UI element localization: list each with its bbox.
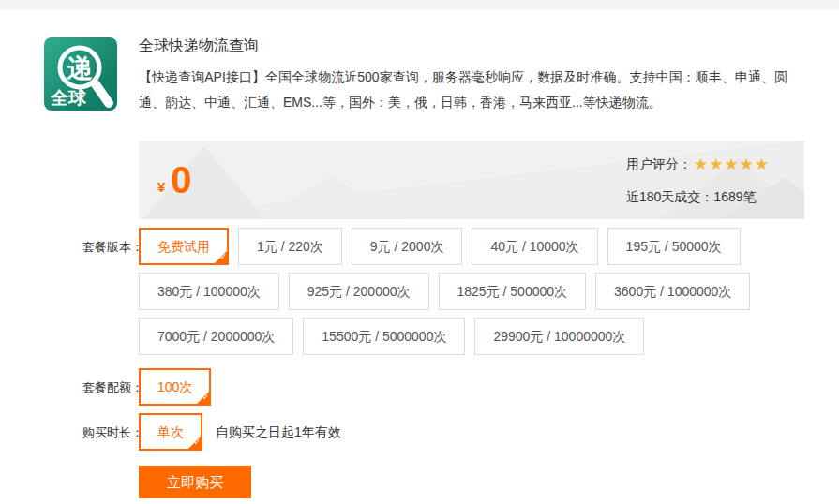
package-option-label: 3600元 / 1000000次 bbox=[614, 284, 731, 299]
package-option-label: 免费试用 bbox=[157, 239, 210, 254]
package-option[interactable]: 29900元 / 10000000次 ✓ bbox=[474, 318, 644, 355]
purchase-duration-options: 单次 ✓ bbox=[139, 413, 202, 451]
package-quota-row: 套餐配额： 100次 ✓ bbox=[139, 368, 806, 406]
package-option[interactable]: 7000元 / 2000000次 ✓ bbox=[139, 318, 293, 355]
package-option[interactable]: 9元 / 2000次 ✓ bbox=[352, 228, 463, 265]
package-quota-options: 100次 ✓ bbox=[139, 368, 211, 406]
deals-label: 近180天成交： bbox=[626, 189, 713, 204]
package-option[interactable]: 40元 / 10000次 ✓ bbox=[472, 228, 597, 265]
package-option-label: 925元 / 200000次 bbox=[307, 284, 411, 299]
price-banner: ¥ 0 用户评分： ★★★★★ 近180天成交：1689笔 bbox=[139, 141, 804, 219]
package-option-label: 1元 / 220次 bbox=[257, 239, 323, 254]
quota-option-label: 100次 bbox=[157, 379, 192, 394]
quota-option[interactable]: 100次 ✓ bbox=[139, 368, 211, 406]
magnifier-delivery-icon: 递 全球 bbox=[44, 37, 117, 111]
package-option-label: 380元 / 100000次 bbox=[157, 284, 261, 299]
duration-option-label: 单次 bbox=[157, 424, 184, 439]
package-quota-label: 套餐配额： bbox=[82, 379, 139, 396]
product-logo: 递 全球 bbox=[44, 37, 117, 111]
rating-block: 用户评分： ★★★★★ 近180天成交：1689笔 bbox=[626, 155, 770, 206]
package-option-label: 40元 / 10000次 bbox=[490, 239, 578, 254]
purchase-duration-row: 购买时长： 单次 ✓ 自购买之日起1年有效 bbox=[139, 413, 806, 451]
logo-glyph: 递 bbox=[67, 54, 94, 82]
package-option[interactable]: 925元 / 200000次 ✓ bbox=[289, 273, 429, 310]
package-option-label: 29900元 / 10000000次 bbox=[493, 329, 625, 344]
check-icon: ✓ bbox=[219, 248, 227, 265]
package-option[interactable]: 免费试用 ✓ bbox=[139, 228, 229, 265]
package-option[interactable]: 15500元 / 5000000次 ✓ bbox=[303, 318, 465, 355]
package-version-label: 套餐版本： bbox=[82, 239, 139, 256]
price-value: 0 bbox=[171, 161, 191, 199]
rating-label: 用户评分： bbox=[626, 155, 692, 173]
logo-caption: 全球 bbox=[50, 88, 87, 108]
package-option[interactable]: 3600元 / 1000000次 ✓ bbox=[595, 273, 750, 310]
package-version-row: 套餐版本： 免费试用 ✓ 1元 / 220次 ✓ 9元 / 2000次 ✓ 40… bbox=[139, 228, 806, 355]
package-option-label: 1825元 / 500000次 bbox=[457, 284, 568, 299]
star-rating-icons: ★★★★★ bbox=[694, 156, 770, 172]
buy-now-button[interactable]: 立即购买 bbox=[139, 466, 251, 498]
page-title: 全球快递物流查询 bbox=[139, 36, 806, 56]
check-icon: ✓ bbox=[193, 434, 201, 451]
package-option[interactable]: 1825元 / 500000次 ✓ bbox=[439, 273, 587, 310]
purchase-duration-label: 购买时长： bbox=[82, 424, 139, 441]
package-option-label: 195元 / 50000次 bbox=[626, 239, 722, 254]
price: ¥ 0 bbox=[157, 141, 192, 219]
duration-validity-note: 自购买之日起1年有效 bbox=[216, 413, 341, 451]
top-divider-strip bbox=[0, 0, 839, 9]
duration-option[interactable]: 单次 ✓ bbox=[139, 413, 202, 451]
currency-symbol: ¥ bbox=[157, 179, 165, 195]
package-option[interactable]: 195元 / 50000次 ✓ bbox=[607, 228, 741, 265]
product-purchase-panel: 递 全球 全球快递物流查询 【快递查询API接口】全国全球物流近500家查询，服… bbox=[0, 0, 839, 504]
package-option-label: 15500元 / 5000000次 bbox=[322, 329, 446, 344]
deals-value: 1689笔 bbox=[713, 189, 756, 204]
package-option-label: 7000元 / 2000000次 bbox=[157, 329, 275, 344]
package-version-options: 免费试用 ✓ 1元 / 220次 ✓ 9元 / 2000次 ✓ 40元 / 10… bbox=[139, 228, 806, 355]
product-description: 【快递查询API接口】全国全球物流近500家查询，服务器毫秒响应，数据及时准确。… bbox=[139, 65, 787, 115]
package-option-label: 9元 / 2000次 bbox=[370, 239, 444, 254]
package-option[interactable]: 1元 / 220次 ✓ bbox=[238, 228, 342, 265]
package-option[interactable]: 380元 / 100000次 ✓ bbox=[139, 273, 279, 310]
check-icon: ✓ bbox=[202, 389, 210, 406]
